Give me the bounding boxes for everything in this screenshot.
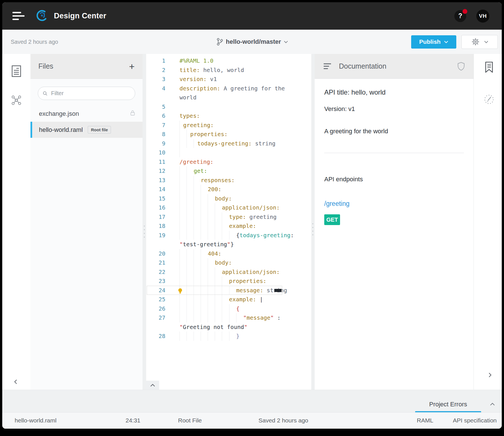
file-name: hello-world.raml	[39, 126, 83, 134]
endpoint-link[interactable]: /greeting	[324, 200, 464, 208]
code-line[interactable]: 28}	[146, 332, 311, 341]
line-number: 16	[146, 203, 165, 212]
code-line[interactable]: 20404:	[146, 249, 311, 258]
code-line[interactable]: 27"message" :	[146, 313, 311, 322]
code-line[interactable]: 21body:	[146, 258, 311, 267]
doc-version: Version: v1	[324, 105, 464, 113]
panel-resize-handle[interactable]	[312, 221, 314, 238]
shield-icon[interactable]	[457, 62, 465, 71]
line-number: 8	[146, 130, 165, 139]
code-line[interactable]: 9todays-greeting: string	[146, 139, 311, 148]
api-console-bookmark-icon[interactable]	[484, 61, 494, 75]
code-line[interactable]: 3version: v1	[146, 75, 311, 84]
publish-button[interactable]: Publish	[411, 35, 456, 49]
code-rows: 1#%RAML 1.02title: hello, world3version:…	[146, 54, 311, 341]
root-file-badge: Root file	[88, 126, 111, 134]
top-header: Design Center ? VH	[2, 2, 502, 30]
doc-endpoints-heading: API endpoints	[324, 176, 464, 183]
add-file-button[interactable]: +	[129, 62, 135, 71]
app-window: Design Center ? VH Saved 2 hours ago hel…	[2, 2, 502, 429]
line-number: 17	[146, 212, 165, 222]
line-number: 26	[146, 304, 165, 313]
line-number: 15	[146, 194, 165, 203]
line-number: 20	[146, 249, 165, 258]
code-line[interactable]: 4description: A greeting for the	[146, 84, 311, 93]
expand-bottom-panel-button[interactable]	[146, 381, 159, 390]
get-method-badge[interactable]: GET	[324, 214, 340, 225]
code-line[interactable]: 25example: |	[146, 295, 311, 304]
collapse-right-panel-button[interactable]	[488, 372, 492, 379]
branch-selector[interactable]: hello-world/master	[216, 38, 288, 46]
code-line[interactable]: 14200:	[146, 185, 311, 194]
spec-document-icon[interactable]	[11, 65, 22, 79]
files-panel: Files + exchange.jsonhello-world.ramlRoo…	[30, 54, 143, 390]
notification-dot	[463, 9, 467, 14]
code-line[interactable]: 19{todays-greeting:	[146, 231, 311, 240]
status-language: RAML	[417, 417, 433, 424]
hamburger-menu-icon[interactable]	[12, 10, 25, 22]
branch-label: hello-world/master	[226, 38, 281, 45]
code-line[interactable]: 11/greeting:	[146, 157, 311, 167]
code-line[interactable]: 16application/json:	[146, 203, 311, 212]
gear-icon	[471, 38, 480, 46]
code-line[interactable]: 6types:	[146, 111, 311, 121]
line-number: 22	[146, 267, 165, 277]
code-line[interactable]: 1#%RAML 1.0	[146, 56, 311, 66]
line-number: 24	[146, 286, 165, 295]
code-line[interactable]: 7greeting:	[146, 121, 311, 130]
code-line[interactable]: 26{	[146, 304, 311, 313]
api-graph-icon[interactable]	[10, 94, 23, 108]
code-line[interactable]: world	[146, 93, 311, 102]
file-row[interactable]: exchange.json	[30, 106, 143, 122]
file-name: exchange.json	[39, 110, 79, 117]
line-number: 4	[146, 84, 165, 93]
right-icon-strip	[474, 54, 502, 390]
line-number: 3	[146, 75, 165, 84]
code-line[interactable]: 2title: hello, world	[146, 66, 311, 75]
avatar[interactable]: VH	[476, 10, 489, 23]
code-line[interactable]: 8properties:	[146, 130, 311, 139]
panel-resize-handle[interactable]	[144, 223, 145, 240]
mocking-service-icon[interactable]	[483, 93, 495, 106]
code-line[interactable]: 12get:	[146, 166, 311, 176]
code-line[interactable]: 17type: greeting	[146, 212, 311, 222]
main-area: Files + exchange.jsonhello-world.ramlRoo…	[2, 54, 502, 390]
doc-description: A greeting for the world	[324, 128, 464, 135]
file-row[interactable]: hello-world.ramlRoot file	[30, 122, 143, 138]
code-line[interactable]: 22application/json:	[146, 267, 311, 277]
code-line[interactable]: 23properties:	[146, 276, 311, 286]
code-line[interactable]: "test-greeting"}	[146, 240, 311, 249]
code-line[interactable]: 13responses:	[146, 176, 311, 185]
project-errors-bar: Project Errors	[2, 390, 502, 413]
filter-field[interactable]	[38, 87, 135, 100]
status-filename: hello-world.raml	[15, 417, 56, 424]
code-line[interactable]: 18example:	[146, 221, 311, 231]
code-editor[interactable]: 1#%RAML 1.02title: hello, world3version:…	[146, 54, 311, 390]
code-line[interactable]: 24message: string	[146, 286, 311, 295]
line-number: 13	[146, 176, 165, 185]
code-line[interactable]: 15body:	[146, 194, 311, 203]
line-number: 21	[146, 258, 165, 267]
project-errors-tab[interactable]: Project Errors	[415, 401, 481, 413]
line-number: 9	[146, 139, 165, 148]
code-line[interactable]: 5	[146, 102, 311, 112]
chevron-up-icon[interactable]	[490, 402, 495, 407]
line-number	[146, 240, 165, 249]
documentation-panel: Documentation API title: hello, world Ve…	[315, 54, 474, 390]
code-line[interactable]: 10	[146, 148, 311, 157]
line-number: 14	[146, 185, 165, 194]
line-number: 1	[146, 56, 165, 66]
lock-icon	[130, 110, 135, 118]
files-panel-title: Files	[38, 62, 53, 70]
doc-divider	[324, 153, 464, 153]
settings-button[interactable]	[461, 35, 498, 49]
code-line[interactable]: "Greeting not found"	[146, 322, 311, 332]
collapse-left-panel-button[interactable]	[14, 379, 17, 386]
documentation-title: Documentation	[339, 62, 386, 70]
outline-list-icon[interactable]	[323, 63, 332, 70]
app-title: Design Center	[54, 12, 106, 20]
toolbar: Saved 2 hours ago hello-world/master Pub…	[2, 30, 502, 54]
filter-input[interactable]	[51, 90, 130, 97]
status-bar: hello-world.raml 24:31 Root File Saved 2…	[2, 412, 502, 429]
line-number: 6	[146, 111, 165, 121]
